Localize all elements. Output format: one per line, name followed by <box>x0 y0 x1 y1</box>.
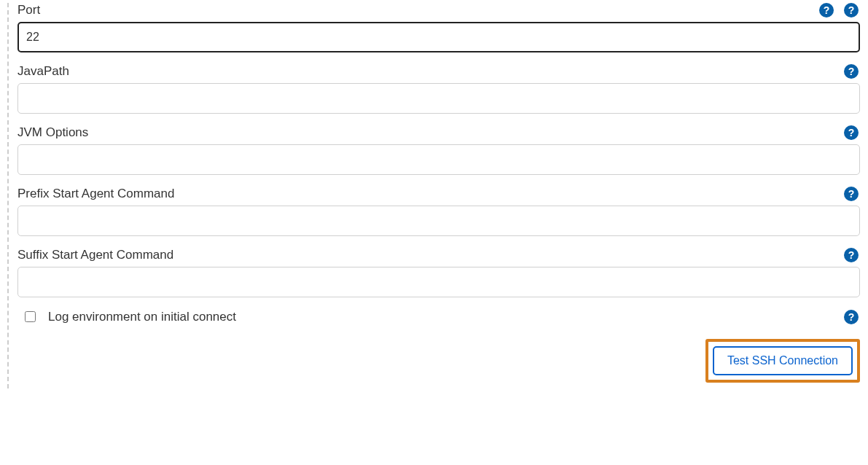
suffix-input[interactable] <box>17 267 860 297</box>
log-env-checkbox[interactable] <box>25 311 36 322</box>
prefix-field: Prefix Start Agent Command ? <box>17 187 860 236</box>
help-icon[interactable]: ? <box>844 125 859 140</box>
javapath-label: JavaPath <box>17 64 69 79</box>
log-env-label: Log environment on initial connect <box>48 310 236 324</box>
test-ssh-highlight: Test SSH Connection <box>705 339 860 383</box>
log-env-row: Log environment on initial connect ? <box>17 309 860 324</box>
jvmoptions-header: JVM Options ? <box>17 125 860 140</box>
help-icon[interactable]: ? <box>844 248 859 262</box>
port-input[interactable] <box>17 22 860 52</box>
javapath-header: JavaPath ? <box>17 64 860 79</box>
help-icon[interactable]: ? <box>819 3 834 17</box>
prefix-header: Prefix Start Agent Command ? <box>17 187 860 201</box>
port-field: Port ? ? <box>17 3 860 52</box>
suffix-header: Suffix Start Agent Command ? <box>17 248 860 262</box>
log-env-label-wrapper[interactable]: Log environment on initial connect <box>17 309 236 324</box>
help-icon[interactable]: ? <box>844 310 859 324</box>
jvmoptions-label: JVM Options <box>17 125 88 140</box>
test-ssh-button[interactable]: Test SSH Connection <box>713 346 853 375</box>
jvmoptions-input[interactable] <box>17 144 860 175</box>
form-container: Port ? ? JavaPath ? JVM Options ? <box>7 3 866 388</box>
port-label: Port <box>17 3 40 17</box>
suffix-field: Suffix Start Agent Command ? <box>17 248 860 297</box>
prefix-label: Prefix Start Agent Command <box>17 187 174 201</box>
port-header: Port ? ? <box>17 3 860 17</box>
button-row: Test SSH Connection <box>17 339 860 383</box>
prefix-input[interactable] <box>17 206 860 236</box>
help-icon[interactable]: ? <box>844 3 859 17</box>
suffix-label: Suffix Start Agent Command <box>17 248 173 262</box>
javapath-field: JavaPath ? <box>17 64 860 114</box>
help-icon[interactable]: ? <box>844 64 859 79</box>
jvmoptions-field: JVM Options ? <box>17 125 860 175</box>
javapath-input[interactable] <box>17 83 860 114</box>
help-icon[interactable]: ? <box>844 187 859 201</box>
